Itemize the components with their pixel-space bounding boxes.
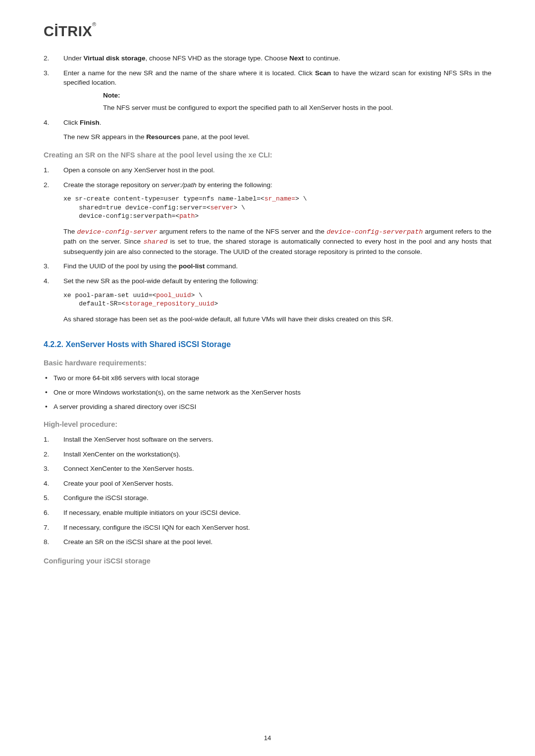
bold: Virtual disk storage <box>84 54 146 62</box>
cli-step-4: 4. Set the new SR as the pool-wide defau… <box>44 276 491 286</box>
text: by entering the following: <box>197 181 272 189</box>
text: argument refers to the name of the NFS s… <box>158 228 327 235</box>
text: Configure the iSCSI storage. <box>63 494 149 502</box>
cli-step-4-explain: As shared storage has been set as the po… <box>63 314 491 324</box>
code-text: > \ <box>191 292 202 299</box>
citrix-logo: CİTRIX® <box>44 21 491 42</box>
bold: Next <box>289 54 304 62</box>
code-param: server <box>210 204 233 211</box>
code-param: sr_name= <box>265 195 295 202</box>
step-number: 4. <box>44 276 49 286</box>
step-number: 3. <box>44 464 49 474</box>
bold: Resources <box>146 133 180 141</box>
step-2: 2. Under Virtual disk storage, choose NF… <box>44 53 491 63</box>
text: command. <box>205 262 238 270</box>
list-item: 3.Connect XenCenter to the XenServer hos… <box>44 464 491 474</box>
heading-configuring-iscsi: Configuring your iSCSI storage <box>44 556 491 566</box>
code-block-pool-param: xe pool-param-set uuid=<pool_uuid> \ def… <box>63 291 491 308</box>
text: If necessary, enable multiple initiators… <box>63 509 241 516</box>
cli-step-2: 2. Create the storage repository on serv… <box>44 180 491 190</box>
step-number: 2. <box>44 53 49 63</box>
list-item: 5.Configure the iSCSI storage. <box>44 493 491 503</box>
step-number: 2. <box>44 450 49 459</box>
step-number: 1. <box>44 435 49 445</box>
heading-high-level: High-level procedure: <box>44 419 491 430</box>
step-number: 8. <box>44 537 49 547</box>
step-number: 5. <box>44 493 49 503</box>
list-item: A server providing a shared directory ov… <box>44 402 491 412</box>
step-number: 4. <box>44 118 49 128</box>
text: Enter a name for the new SR and the name… <box>63 69 315 77</box>
code-text: > \ <box>233 204 245 211</box>
text: If necessary, configure the iSCSI IQN fo… <box>63 524 250 531</box>
list-item: One or more Windows workstation(s), on t… <box>44 388 491 398</box>
list-item: 4.Create your pool of XenServer hosts. <box>44 479 491 489</box>
code-param: path <box>179 212 195 220</box>
text: Open a console on any XenServer host in … <box>63 166 214 174</box>
step-3: 3. Enter a name for the new SR and the n… <box>44 68 491 113</box>
page-number: 14 <box>0 734 535 743</box>
note-body: The NFS server must be configured to exp… <box>103 103 491 113</box>
cli-step-3: 3. Find the UUID of the pool by using th… <box>44 261 491 271</box>
note-label: Note: <box>103 92 120 99</box>
step-4: 4. Click Finish. The new SR appears in t… <box>44 118 491 142</box>
code-text: xe sr-create content-type=user type=nfs … <box>63 195 265 202</box>
text: . <box>100 119 102 126</box>
bold: pool-list <box>179 262 205 270</box>
text: Create your pool of XenServer hosts. <box>63 480 173 487</box>
text: The <box>63 228 77 235</box>
code-text: > \ <box>295 195 307 202</box>
high-level-steps: 1.Install the XenServer host software on… <box>44 435 491 547</box>
text: Click <box>63 119 80 126</box>
list-item: 8.Create an SR on the iSCSI share at the… <box>44 537 491 547</box>
text: A server providing a shared directory ov… <box>54 403 196 410</box>
step-number: 6. <box>44 508 49 518</box>
bold: Finish <box>80 119 100 126</box>
heading-creating-sr: Creating an SR on the NFS share at the p… <box>44 150 491 160</box>
step-number: 7. <box>44 523 49 533</box>
code-text: > <box>214 300 218 307</box>
bold: Scan <box>315 69 331 77</box>
text: to continue. <box>304 54 340 62</box>
cli-step-1: 1. Open a console on any XenServer host … <box>44 165 491 175</box>
step-number: 3. <box>44 68 49 78</box>
text: , choose NFS VHD as the storage type. Ch… <box>146 54 289 62</box>
code-text: xe pool-param-set uuid=< <box>63 292 156 299</box>
italic: server:/path <box>161 181 196 189</box>
mono-italic: device-config-server <box>77 228 157 236</box>
code-text: default-SR=< <box>63 300 125 307</box>
text: Install the XenServer host software on t… <box>63 436 213 443</box>
mono-italic: shared <box>143 238 167 246</box>
list-item: 1.Install the XenServer host software on… <box>44 435 491 445</box>
text: Install XenCenter on the workstation(s). <box>63 451 180 458</box>
step-number: 4. <box>44 479 49 489</box>
code-param: storage_repository_uuid <box>125 300 214 307</box>
cli-step-2-explain: The device-config-server argument refers… <box>63 227 491 257</box>
text: Under <box>63 54 84 62</box>
list-item: 6.If necessary, enable multiple initiato… <box>44 508 491 518</box>
text: Two or more 64-bit x86 servers with loca… <box>54 374 199 382</box>
hw-list: Two or more 64-bit x86 servers with loca… <box>44 373 491 411</box>
code-text: device-config:serverpath=< <box>63 212 179 220</box>
heading-section-422: 4.2.2. XenServer Hosts with Shared iSCSI… <box>44 339 491 350</box>
list-item: 7.If necessary, configure the iSCSI IQN … <box>44 523 491 533</box>
list-item: 2.Install XenCenter on the workstation(s… <box>44 450 491 459</box>
code-text: > <box>195 212 199 220</box>
list-item: Two or more 64-bit x86 servers with loca… <box>44 373 491 383</box>
step-number: 2. <box>44 180 49 190</box>
text: Create an SR on the iSCSI share at the p… <box>63 538 213 546</box>
code-block-sr-create: xe sr-create content-type=user type=nfs … <box>63 195 491 221</box>
heading-basic-hw: Basic hardware requirements: <box>44 358 491 368</box>
text: One or more Windows workstation(s), on t… <box>54 389 301 396</box>
code-param: pool_uuid <box>156 292 191 299</box>
step-number: 1. <box>44 165 49 175</box>
text: Find the UUID of the pool by using the <box>63 262 179 270</box>
text: Set the new SR as the pool-wide default … <box>63 277 258 285</box>
logo-text: CİTRIX <box>44 23 92 39</box>
text: Create the storage repository on <box>63 181 161 189</box>
text: pane, at the pool level. <box>180 133 250 141</box>
code-text: shared=true device-config:server=< <box>63 204 210 211</box>
text: The new SR appears in the <box>63 133 146 141</box>
mono-italic: device-config-serverpath <box>326 228 423 236</box>
step-number: 3. <box>44 261 49 271</box>
